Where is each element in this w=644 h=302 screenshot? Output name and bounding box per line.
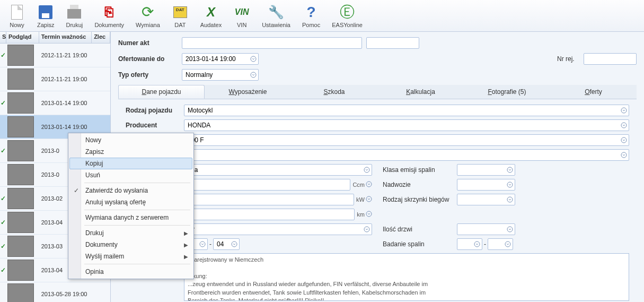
table-row[interactable]: 2013-05-28 19:00 — [0, 282, 110, 302]
col-status[interactable]: S — [0, 32, 6, 43]
svg-point-12 — [366, 211, 372, 217]
tab-wyposaenie[interactable]: Wyposażenie — [205, 85, 291, 99]
kw-input[interactable] — [184, 194, 354, 205]
table-row[interactable]: ✓ 2013-01-14 19:00 — [0, 91, 110, 115]
status-check: ✓ — [0, 219, 6, 226]
tab-danepojazdu[interactable]: Dane pojazdu — [118, 85, 205, 99]
remarks-textarea[interactable]: r zarejstrowany w Niemczech erkung: ...z… — [184, 253, 629, 301]
status-check: ✓ — [0, 195, 6, 202]
model-select[interactable] — [184, 134, 629, 146]
nadwozie-select[interactable] — [457, 179, 515, 191]
status-check: ✓ — [0, 243, 6, 250]
status-check: ✓ — [0, 51, 6, 59]
tab-fotografie[interactable]: Fotografie (5) — [464, 85, 550, 99]
exchange-button[interactable]: ⟳Wymiana — [130, 2, 166, 30]
drzwi-label: Ilość drzwi — [383, 226, 457, 233]
thumbnail — [7, 68, 34, 90]
date-month-select[interactable] — [213, 238, 240, 250]
col-thumbnail[interactable]: Podgląd — [6, 32, 39, 43]
date-cell: 2013-01-14 19:00 — [39, 98, 92, 108]
date-cell: 2012-11-21 19:00 — [39, 74, 92, 84]
context-menu: NowyZapiszKopiujUsuń✓Zatwierdź do wysłan… — [68, 133, 194, 279]
nadwozie-label: Nadwozie — [383, 181, 457, 188]
ctx-wymianadanychzserwerem[interactable]: Wymiana danych z serwerem — [69, 212, 192, 223]
tab-oferty[interactable]: Oferty — [550, 85, 637, 99]
thumbnail — [7, 140, 34, 161]
status-check: ✓ — [0, 266, 6, 274]
skrzynka-label: Rodzaj skrzynki biegów — [383, 196, 457, 203]
svg-point-10 — [366, 196, 372, 202]
rodzaj-select[interactable] — [184, 105, 629, 116]
numer-akt-input[interactable] — [182, 37, 362, 49]
thumbnail — [7, 116, 34, 137]
fuel-select[interactable] — [184, 164, 372, 176]
skrzynka-select[interactable] — [457, 194, 515, 205]
status-check: ✓ — [0, 99, 6, 107]
numer-akt-label: Numer akt — [118, 39, 182, 47]
date-cell: 2013-05-28 19:00 — [39, 289, 92, 299]
help-button[interactable]: ?Pomoc — [296, 2, 326, 30]
main-toolbar: Nowy Zapisz Drukuj ⎘Dokumenty ⟳Wymiana D… — [0, 0, 644, 32]
klasa-select[interactable] — [457, 164, 515, 176]
chevron-down-icon[interactable] — [366, 196, 372, 204]
km-input[interactable] — [184, 209, 355, 220]
tab-kalkulacja[interactable]: Kalkulacja — [377, 85, 464, 99]
svg-point-8 — [366, 182, 372, 187]
settings-button[interactable]: 🔧Ustawienia — [256, 2, 296, 30]
producent-label: Producent — [126, 122, 184, 129]
drzwi-select[interactable] — [457, 223, 515, 235]
ctx-wyślijmailem[interactable]: Wyślij mailem▶ — [69, 251, 192, 262]
chevron-down-icon[interactable] — [366, 211, 372, 219]
table-row[interactable]: 2012-11-21 19:00 — [0, 67, 110, 91]
thumbnail — [7, 164, 34, 185]
nr-rej-input[interactable] — [584, 53, 637, 65]
col-date[interactable]: Termin ważnośc — [39, 32, 92, 43]
ofertowanie-label: Ofertowanie do — [118, 55, 182, 63]
vin-button[interactable]: VINVIN — [227, 2, 256, 30]
date-cell: 2012-11-21 19:00 — [39, 50, 92, 61]
thumbnail — [7, 92, 34, 114]
rodzaj-label: Rodzaj pojazdu — [126, 107, 184, 114]
dat-button[interactable]: DATDAT — [166, 2, 195, 30]
ofertowanie-input[interactable] — [182, 53, 259, 65]
ctx-drukuj[interactable]: Drukuj▶ — [69, 227, 192, 239]
thumbnail — [7, 283, 34, 302]
audatex-button[interactable]: XAudatex — [195, 2, 227, 30]
doors-left-select[interactable] — [184, 223, 372, 235]
nr-rej-label: Nr rej. — [557, 55, 584, 63]
ctx-zatwierdźdowysłania[interactable]: ✓Zatwierdź do wysłania — [69, 185, 192, 196]
detail-tabs: Dane pojazduWyposażenieSzkodaKalkulacjaF… — [118, 85, 637, 99]
thumbnail — [7, 260, 34, 281]
documents-button[interactable]: ⎘Dokumenty — [89, 2, 130, 30]
thumbnail — [7, 188, 34, 209]
col-zlec[interactable]: Zlec — [92, 32, 110, 43]
easyonline-button[interactable]: ⒺEASYonline — [326, 2, 368, 30]
grid-header: S Podgląd Termin ważnośc Zlec — [0, 32, 110, 44]
ccm-input[interactable] — [184, 179, 350, 191]
ctx-anulujwysłanąofertę[interactable]: Anuluj wysłaną ofertę — [69, 196, 192, 208]
chevron-down-icon[interactable] — [366, 181, 372, 189]
print-button[interactable]: Drukuj — [60, 2, 89, 30]
ctx-usuń[interactable]: Usuń — [69, 169, 192, 181]
save-button[interactable]: Zapisz — [31, 2, 60, 30]
ctx-dokumenty[interactable]: Dokumenty▶ — [69, 239, 192, 251]
numer-akt-input-2[interactable] — [366, 37, 419, 49]
thumbnail — [7, 212, 34, 233]
thumbnail — [7, 45, 34, 66]
typ-oferty-select[interactable] — [182, 69, 259, 81]
ctx-kopiuj[interactable]: Kopiuj — [69, 158, 192, 169]
status-check: ✓ — [0, 147, 6, 154]
ctx-nowy[interactable]: Nowy — [69, 134, 192, 146]
typ-oferty-label: Typ oferty — [118, 71, 182, 79]
klasa-label: Klasa emisji spalin — [383, 166, 457, 174]
new-button[interactable]: Nowy — [3, 2, 31, 30]
producent-select[interactable] — [184, 119, 629, 131]
badanie-m-select[interactable] — [488, 238, 513, 250]
table-row[interactable]: ✓ 2012-11-21 19:00 — [0, 44, 110, 67]
badanie-y-select[interactable] — [457, 238, 482, 250]
badanie-label: Badanie spalin — [383, 240, 457, 248]
tab-szkoda[interactable]: Szkoda — [291, 85, 377, 99]
ctx-zapisz[interactable]: Zapisz — [69, 146, 192, 158]
ctx-opinia[interactable]: Opinia — [69, 266, 192, 278]
variant-select[interactable] — [184, 149, 629, 161]
